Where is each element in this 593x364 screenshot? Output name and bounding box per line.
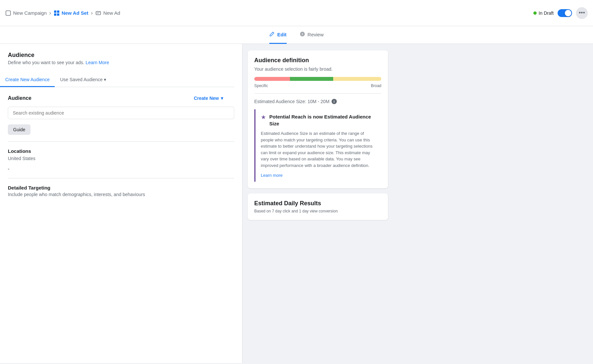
breadcrumb-sep-2: ›: [91, 10, 93, 16]
main-content: Audience Define who you want to see your…: [0, 44, 593, 363]
notify-learn-more-link[interactable]: Learn more: [261, 173, 282, 178]
audience-type-tabs: Create New Audience Use Saved Audience ▾: [0, 73, 234, 87]
estimated-results-title: Estimated Daily Results: [254, 200, 381, 207]
campaign-icon: [5, 10, 11, 16]
search-audience-input[interactable]: [8, 107, 234, 119]
campaign-label: New Campaign: [13, 10, 47, 16]
create-new-chevron-icon: ▾: [221, 96, 223, 101]
locations-label: Locations: [8, 148, 234, 154]
adset-label: New Ad Set: [62, 10, 88, 16]
audience-size-row: Estimated Audience Size: 10M - 20M i: [254, 99, 381, 104]
section-divider-1: [8, 141, 234, 142]
svg-rect-5: [96, 11, 101, 15]
use-saved-audience-tab-label: Use Saved Audience: [60, 77, 103, 82]
tab-use-saved-audience[interactable]: Use Saved Audience ▾: [55, 73, 111, 87]
audience-search-row: Audience Create New ▾: [8, 94, 234, 107]
breadcrumb-campaign[interactable]: New Campaign: [5, 10, 47, 16]
review-tab-label: Review: [308, 32, 324, 37]
locations-value: United States: [8, 156, 234, 161]
svg-rect-4: [57, 13, 59, 16]
notify-title: Potential Reach is now Estimated Audienc…: [269, 113, 377, 127]
estimated-results-card: Estimated Daily Results Based on 7 day c…: [248, 193, 388, 220]
star-icon: ★: [261, 114, 266, 121]
estimated-results-subtitle: Based on 7 day click and 1 day view conv…: [254, 209, 381, 213]
meter-broad-label: Broad: [371, 83, 381, 88]
audience-def-subtitle: Your audience selection is fairly broad.: [254, 66, 381, 72]
notify-header: ★ Potential Reach is now Estimated Audie…: [261, 113, 377, 127]
breadcrumb: New Campaign › New Ad Set › New Ad: [5, 10, 533, 16]
adset-icon: [54, 10, 60, 16]
guide-button-label: Guide: [13, 127, 25, 132]
top-bar: New Campaign › New Ad Set › New Ad: [0, 0, 593, 26]
section-subtitle-text: Define who you want to see your ads.: [8, 60, 84, 65]
more-icon: •••: [579, 9, 585, 16]
right-panel: Audience definition Your audience select…: [242, 44, 393, 363]
draft-toggle[interactable]: [558, 9, 572, 17]
meter-specific-label: Specific: [254, 83, 268, 88]
create-new-audience-tab-label: Create New Audience: [5, 77, 49, 82]
create-new-button[interactable]: Create New ▾: [191, 94, 226, 103]
svg-rect-3: [54, 13, 56, 16]
card-divider: [254, 93, 381, 94]
tab-create-new-audience[interactable]: Create New Audience: [0, 73, 55, 87]
detailed-targeting-field: Detailed Targeting Include people who ma…: [8, 185, 234, 197]
top-bar-right: In Draft •••: [533, 7, 588, 19]
meter-labels: Specific Broad: [254, 83, 381, 88]
learn-more-link[interactable]: Learn More: [86, 60, 109, 65]
breadcrumb-ad[interactable]: New Ad: [95, 10, 120, 16]
tab-edit[interactable]: Edit: [269, 26, 286, 44]
tab-bar: Edit Review: [0, 26, 593, 44]
draft-label: In Draft: [539, 10, 554, 16]
breadcrumb-adset[interactable]: New Ad Set: [54, 10, 88, 16]
left-panel: Audience Define who you want to see your…: [0, 44, 242, 363]
meter-specific-segment: [254, 77, 290, 81]
section-subtitle: Define who you want to see your ads. Lea…: [8, 60, 234, 65]
draft-dot-icon: [533, 11, 537, 15]
potential-reach-notify: ★ Potential Reach is now Estimated Audie…: [254, 109, 381, 182]
dropdown-chevron-icon: ▾: [104, 77, 106, 82]
meter-mid-segment: [290, 77, 333, 81]
svg-rect-2: [57, 10, 59, 13]
guide-button[interactable]: Guide: [8, 124, 30, 135]
section-heading: Audience: [8, 52, 234, 59]
age-value: -: [8, 166, 234, 172]
locations-field: Locations United States: [8, 148, 234, 161]
notify-body: Estimated Audience Size is an estimate o…: [261, 130, 377, 169]
review-icon: [300, 31, 305, 38]
detailed-targeting-label: Detailed Targeting: [8, 185, 234, 191]
detailed-targeting-sub: Include people who match demographics, i…: [8, 192, 234, 197]
audience-section-label: Audience: [8, 95, 31, 101]
age-field: -: [8, 166, 234, 172]
audience-def-title: Audience definition: [254, 57, 381, 64]
audience-size-label: Estimated Audience Size: 10M - 20M: [254, 99, 330, 104]
svg-point-7: [301, 33, 303, 35]
audience-section-header: Audience Define who you want to see your…: [0, 52, 242, 73]
audience-definition-card: Audience definition Your audience select…: [248, 50, 388, 188]
edit-icon: [269, 31, 275, 38]
ad-label: New Ad: [103, 10, 120, 16]
svg-rect-0: [6, 11, 10, 15]
breadcrumb-sep-1: ›: [49, 10, 51, 16]
create-new-label: Create New: [194, 96, 219, 101]
audience-panel-section: Audience Create New ▾ Guide Locations Un…: [0, 94, 242, 210]
tab-review[interactable]: Review: [300, 26, 324, 44]
audience-meter: [254, 77, 381, 81]
meter-broad-segment: [333, 77, 381, 81]
section-divider-2: [8, 178, 234, 178]
more-options-button[interactable]: •••: [576, 7, 588, 19]
audience-search-wrap: [8, 107, 234, 119]
info-icon[interactable]: i: [332, 99, 337, 104]
in-draft-status: In Draft: [533, 10, 554, 16]
edit-tab-label: Edit: [277, 32, 286, 37]
ad-icon: [95, 10, 101, 16]
svg-rect-1: [54, 10, 56, 13]
svg-point-6: [300, 32, 304, 36]
